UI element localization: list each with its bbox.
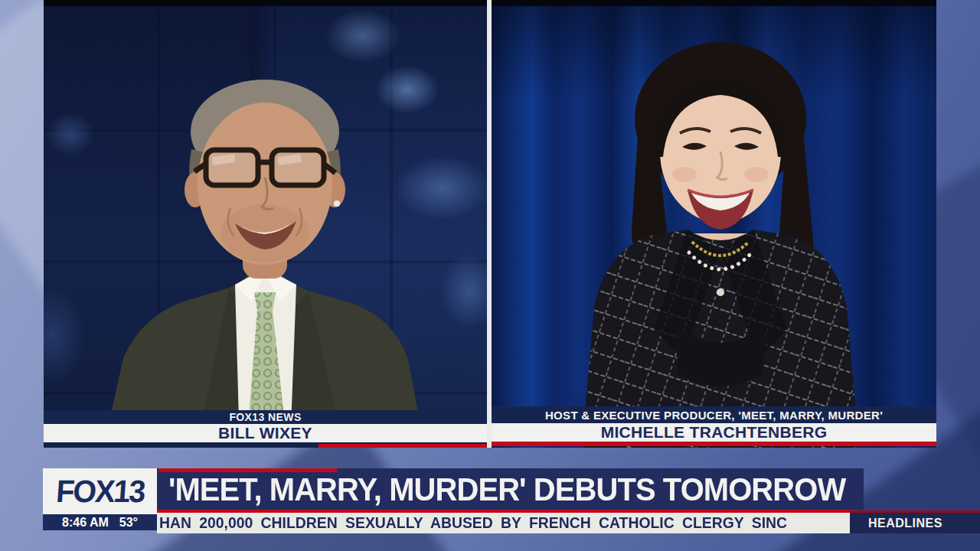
guest-caption-underline	[492, 442, 936, 446]
station-logo-box: FOX13	[43, 468, 157, 514]
clock-time: 8:46 AM	[62, 516, 109, 530]
anchor-source-label: FOX13 NEWS	[229, 411, 301, 423]
ticker-text: HAN 200,000 CHILDREN SEXUALLY ABUSED BY …	[157, 514, 787, 532]
anchor-figure	[44, 0, 487, 448]
guest-cheek-right	[744, 167, 769, 182]
guest-figure	[492, 0, 936, 448]
anchor-video-frame: FOX13 NEWS BILL WIXEY	[44, 0, 487, 448]
guest-role-label: HOST & EXECUTIVE PRODUCER, 'MEET, MARRY,…	[545, 409, 883, 422]
anchor-caption-underline	[44, 442, 487, 448]
frame-top-matte	[44, 0, 487, 6]
anchor-caption-underline-red	[318, 444, 487, 448]
guest-mouth	[688, 190, 753, 230]
fox13-logo: FOX13	[54, 474, 145, 510]
frame-top-matte	[492, 0, 936, 6]
headline-banner: 'MEET, MARRY, MURDER' DEBUTS TOMORROW	[157, 468, 864, 510]
anchor-name-bar: BILL WIXEY	[44, 424, 487, 442]
anchor-name-label: BILL WIXEY	[218, 424, 312, 442]
anchor-source-bar: FOX13 NEWS	[44, 410, 487, 424]
anchor-earring	[334, 201, 340, 207]
time-temperature-bar: 8:46 AM 53°	[43, 514, 157, 530]
headlines-tab: HEADLINES	[850, 510, 980, 533]
broadcast-screenshot: FOX13 NEWS BILL WIXEY	[0, 0, 980, 551]
split-screen-divider	[487, 0, 492, 448]
guest-video-frame: HOST & EXECUTIVE PRODUCER, 'MEET, MARRY,…	[492, 0, 936, 448]
news-ticker: HAN 200,000 CHILDREN SEXUALLY ABUSED BY …	[157, 513, 850, 533]
temperature: 53°	[119, 516, 138, 530]
headlines-label: HEADLINES	[850, 517, 942, 530]
guest-name-label: MICHELLE TRACHTENBERG	[601, 423, 828, 442]
headline-text: 'MEET, MARRY, MURDER' DEBUTS TOMORROW	[157, 471, 845, 508]
guest-pendant	[717, 289, 724, 296]
guest-cheek-left	[672, 167, 697, 182]
headline-banner-underline	[157, 510, 850, 513]
guest-name-bar: MICHELLE TRACHTENBERG	[492, 423, 936, 442]
guest-role-bar: HOST & EXECUTIVE PRODUCER, 'MEET, MARRY,…	[492, 406, 936, 423]
